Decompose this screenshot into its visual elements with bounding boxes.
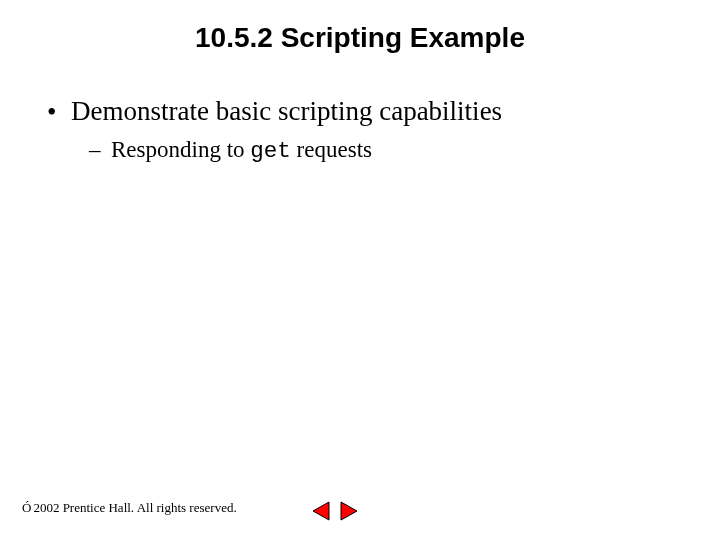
bullet-level-2-text-pre: Responding to [111, 137, 250, 162]
slide-body: • Demonstrate basic scripting capabiliti… [45, 94, 680, 166]
bullet-level-1-text: Demonstrate basic scripting capabilities [71, 96, 502, 126]
next-button[interactable] [338, 500, 360, 522]
slide: 10.5.2 Scripting Example • Demonstrate b… [0, 0, 720, 540]
bullet-level-2-text-post: requests [291, 137, 372, 162]
slide-title: 10.5.2 Scripting Example [0, 22, 720, 54]
footer: Ó 2002 Prentice Hall. All rights reserve… [22, 500, 237, 516]
triangle-right-icon [338, 500, 360, 522]
copyright-symbol: Ó [22, 500, 31, 516]
bullet-level-2-code: get [250, 138, 291, 164]
footer-text: 2002 Prentice Hall. All rights reserved. [33, 500, 236, 516]
prev-button[interactable] [310, 500, 332, 522]
svg-marker-1 [313, 502, 329, 520]
bullet-level-2: – Responding to get requests [89, 135, 680, 166]
bullet-level-1: • Demonstrate basic scripting capabiliti… [45, 94, 680, 129]
bullet-dash-icon: – [89, 135, 101, 165]
svg-marker-3 [341, 502, 357, 520]
nav-controls [310, 500, 360, 522]
bullet-dot-icon: • [47, 95, 56, 130]
triangle-left-icon [310, 500, 332, 522]
